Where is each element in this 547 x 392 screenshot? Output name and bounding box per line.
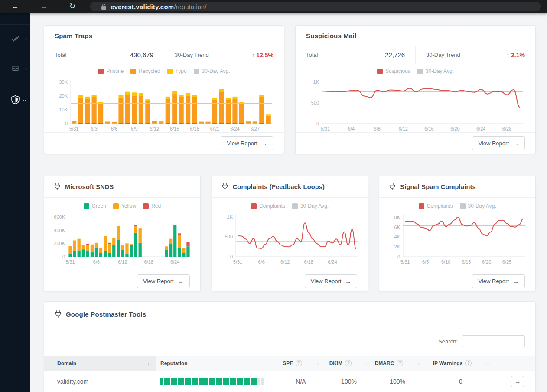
arrow-right-icon: →: [261, 140, 267, 147]
main-content: Spam Traps Total 430,679 30-Day Trend ↑1…: [30, 13, 547, 392]
search-label: Search:: [438, 338, 458, 345]
sort-icon[interactable]: ↑↓: [485, 361, 488, 366]
url-bar[interactable]: everest.validity.com/reputation/: [90, 2, 541, 11]
legend-item: Suspicious: [377, 68, 410, 74]
sidebar-item-inbox[interactable]: ‹: [0, 60, 30, 77]
svg-text:6/24: 6/24: [230, 126, 239, 131]
trend-value: ↑2.1%: [507, 52, 525, 59]
svg-text:6/21: 6/21: [210, 126, 219, 131]
help-icon[interactable]: ?: [465, 360, 472, 366]
chart-legend: GreenYellowRed: [84, 202, 161, 210]
legend-item: Yellow: [113, 203, 136, 209]
svg-text:6/20: 6/20: [450, 126, 459, 131]
column-header-ip-warnings[interactable]: IP Warnings ? ↑↓: [422, 356, 500, 371]
spam-traps-chart: 010K20K30K5/316/36/66/96/126/156/186/216…: [52, 76, 276, 132]
svg-text:6/18: 6/18: [144, 259, 153, 265]
view-report-button[interactable]: View Report→: [472, 136, 525, 150]
svg-text:6/27: 6/27: [250, 126, 259, 131]
refresh-icon[interactable]: ↻: [65, 0, 80, 13]
inbox-tray-icon: [11, 64, 20, 72]
forward-icon[interactable]: →: [36, 0, 51, 13]
svg-text:6/18: 6/18: [304, 259, 313, 265]
svg-text:6/28: 6/28: [502, 126, 511, 131]
legend-item: 30-Day Avg.: [292, 203, 329, 209]
signal-spam-chart: 02K4K6K8K5/316/56/106/156/206/25: [385, 211, 530, 265]
svg-text:6/20: 6/20: [482, 259, 491, 265]
column-header-dkim[interactable]: DKIM ? ↑↓: [325, 356, 373, 371]
svg-text:30K: 30K: [59, 79, 68, 85]
double-check-icon: [11, 35, 20, 43]
card-suspicious-mail: Suspicious Mail Total 22,726 30-Day Tren…: [295, 25, 536, 154]
svg-text:6/15: 6/15: [170, 126, 179, 131]
svg-text:200K: 200K: [54, 241, 65, 246]
table-row[interactable]: validity.com N/A 100% 100% 0 →: [44, 371, 535, 392]
view-report-button[interactable]: View Report→: [137, 274, 190, 288]
lock-icon: [101, 4, 106, 10]
card-complaints-fbl: Complaints (Feedback Loops) Complaints30…: [212, 176, 368, 291]
svg-text:6/5: 6/5: [422, 259, 429, 265]
svg-text:6/12: 6/12: [118, 259, 127, 265]
sidebar-item-reputation[interactable]: ⌄: [0, 91, 30, 108]
column-header-domain[interactable]: Domain ↑↓: [44, 356, 156, 371]
svg-text:6/6: 6/6: [258, 259, 264, 265]
plug-icon: [55, 310, 62, 318]
sort-icon[interactable]: ↑↓: [417, 361, 420, 366]
help-icon[interactable]: ?: [345, 360, 352, 366]
help-icon[interactable]: ?: [397, 360, 403, 366]
view-report-button[interactable]: View Report→: [472, 274, 525, 288]
dkim-cell: 100%: [325, 378, 373, 385]
card-title: Spam Traps: [55, 32, 92, 39]
svg-text:0: 0: [230, 254, 232, 259]
chart-legend: Complaints30-Day Avg.: [251, 202, 329, 210]
svg-text:6/24: 6/24: [170, 259, 179, 265]
reputation-cell: [156, 378, 277, 385]
legend-item: Recycled: [130, 68, 160, 74]
sort-icon[interactable]: ↑↓: [147, 361, 150, 366]
search-input[interactable]: [462, 335, 525, 347]
plug-icon: [54, 183, 61, 190]
ip-warnings-cell: 0: [422, 378, 500, 385]
sort-icon[interactable]: ↑↓: [316, 361, 319, 366]
help-icon[interactable]: ?: [296, 360, 302, 366]
svg-text:6K: 6K: [394, 225, 400, 230]
back-icon[interactable]: ←: [8, 0, 23, 13]
card-google-postmaster: Google Postmaster Tools Search: Domain ↑…: [44, 301, 536, 392]
legend-item: Pristine: [98, 68, 124, 74]
stat-trend: 30-Day Trend ↑2.1%: [416, 46, 535, 64]
table-header: Domain ↑↓ Reputation SPF ? ↑↓ DKIM ? ↑↓ …: [44, 356, 535, 371]
arrow-right-icon: →: [178, 278, 184, 285]
svg-text:500: 500: [225, 234, 232, 239]
chevron-left-icon: ‹: [25, 65, 27, 72]
plug-icon: [221, 183, 228, 190]
svg-text:6/6: 6/6: [93, 259, 100, 265]
svg-text:0: 0: [62, 254, 65, 259]
svg-text:5/31: 5/31: [65, 259, 75, 265]
legend-item: Complaints: [419, 203, 453, 209]
sidebar-item-verification[interactable]: ‹: [0, 30, 30, 48]
trend-up-icon: ↑: [507, 52, 510, 58]
column-header-spf[interactable]: SPF ? ↑↓: [277, 356, 325, 371]
stat-trend: 30-Day Trend ↑12.5%: [164, 46, 284, 64]
suspicious-mail-chart: 05001K5/316/46/86/126/166/206/246/28: [304, 76, 527, 132]
browser-bar: ← → ↻ everest.validity.com/reputation/: [0, 0, 547, 13]
trend-up-icon: ↑: [252, 52, 255, 58]
chevron-down-icon: ⌄: [22, 96, 27, 103]
svg-text:6/10: 6/10: [441, 259, 450, 265]
svg-text:5/31: 5/31: [320, 126, 329, 131]
row-detail-button[interactable]: →: [511, 376, 524, 387]
view-report-button[interactable]: View Report→: [221, 136, 274, 150]
legend-item: 30-Day Avg.: [417, 68, 454, 74]
arrow-right-icon: →: [513, 278, 519, 285]
legend-item: 30-Day Avg.: [194, 68, 230, 74]
arrow-right-icon: →: [513, 140, 519, 147]
column-header-reputation: Reputation: [156, 356, 277, 371]
total-value: 430,679: [130, 51, 153, 59]
chart-legend: Suspicious30-Day Avg.: [377, 67, 454, 75]
stat-total: Total 430,679: [44, 46, 164, 64]
column-header-dmarc[interactable]: DMARC ? ↑↓: [373, 356, 422, 371]
view-report-button[interactable]: View Report→: [305, 274, 358, 288]
svg-text:500: 500: [311, 100, 319, 105]
chevron-left-icon: ‹: [25, 36, 27, 42]
complaints-fbl-chart: 05001K5/316/66/126/186/24: [218, 211, 362, 265]
sort-icon[interactable]: ↑↓: [365, 361, 368, 366]
